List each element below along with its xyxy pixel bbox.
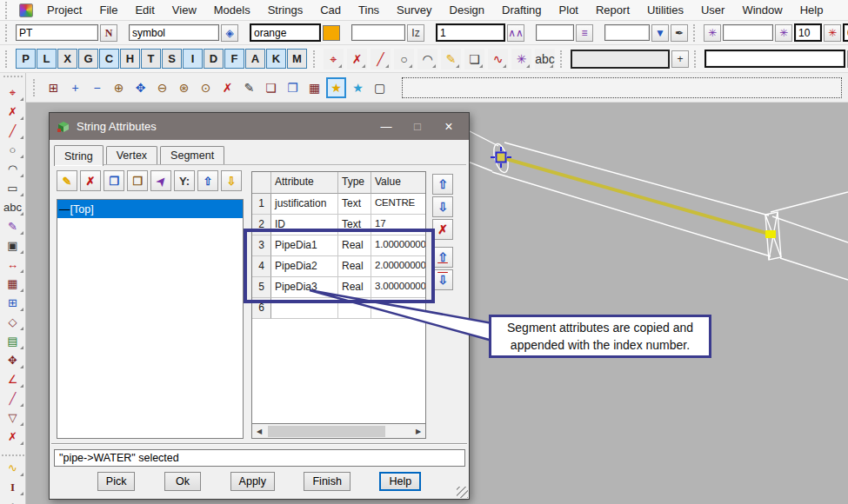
letter-button-H[interactable]: H [120,49,140,69]
arc-icon[interactable]: ◠ [2,159,24,178]
tab-segment[interactable]: Segment [160,146,224,165]
cell-value[interactable]: 1.00000000 [371,235,425,256]
table-row[interactable]: 5 PipeDia3 Real 3.00000000 [252,277,425,298]
zoom-previous-icon[interactable]: ⊖ [152,77,172,98]
menu-item[interactable]: Window [733,1,791,19]
tab-vertex[interactable]: Vertex [106,146,157,165]
letter-button-F[interactable]: F [224,49,244,69]
shield-icon[interactable]: ▽ [2,408,24,427]
line-icon[interactable]: ╱ [371,49,391,70]
dialog-titlebar[interactable]: String Attributes — □ × [50,113,469,140]
finish-button[interactable]: Finish [304,472,350,491]
copy-icon[interactable]: ❐ [103,170,124,191]
menu-item[interactable]: Survey [388,1,440,19]
rectangle-icon[interactable]: ▭ [2,178,24,197]
table-hscrollbar[interactable]: ◀ ▶ [251,424,426,439]
colour-field[interactable] [250,23,321,42]
name-style-icon[interactable]: N [100,24,117,42]
cell-value[interactable]: CENTRE [371,194,425,215]
edit-points-icon[interactable]: ✳ [511,49,531,70]
point-icon[interactable]: ⌖ [324,49,344,70]
apply-button[interactable]: Apply [230,472,275,491]
symbol-field[interactable] [129,24,219,41]
freehand-icon[interactable]: ∿ [2,454,24,477]
filter-icon[interactable]: Y: [174,170,195,191]
ok-button[interactable]: Ok [164,472,201,491]
letter-button-K[interactable]: K [266,49,286,69]
cell-type[interactable]: Text [338,215,371,235]
pan-icon[interactable]: ✥ [130,77,150,98]
cell-attribute[interactable] [271,298,338,319]
line-icon[interactable]: ╱ [2,121,24,140]
toolbar-grip[interactable] [3,76,23,80]
brush-icon[interactable]: ✎ [2,216,24,235]
resize-grip[interactable] [457,487,468,498]
cell-attribute[interactable]: ID [271,215,338,235]
minimize-button[interactable]: — [374,120,398,133]
zoom-pick-icon[interactable]: ⊙ [196,77,216,98]
tab-string[interactable]: String [54,145,103,166]
survey-icon[interactable]: ♀ [2,496,24,504]
move-up-icon[interactable]: ⇧ [197,170,218,191]
menu-item[interactable]: Design [441,1,493,19]
pick-button[interactable]: Pick [97,472,136,491]
letter-button-S[interactable]: S [162,49,182,69]
scroll-right-icon[interactable]: ▶ [411,425,425,438]
page-icon[interactable]: ❏ [464,49,484,70]
cell-type[interactable] [338,298,371,319]
circle-icon[interactable]: ○ [2,140,24,159]
insert-below-button[interactable]: ⇩ [432,269,453,290]
view-window-icon[interactable]: ▢ [370,77,390,98]
tree-item-top[interactable]: — [Top] [57,200,243,218]
polygon-icon[interactable]: ◇ [2,312,24,331]
model-field[interactable] [571,50,670,69]
table-row[interactable]: 1 justification Text CENTRE [252,194,425,215]
zoom-all-icon[interactable]: ⊛ [174,77,194,98]
menu-item[interactable]: User [692,1,733,19]
letter-button-A[interactable]: A [245,49,265,69]
header-value[interactable]: Value [371,172,425,194]
toolbar-grip[interactable] [313,50,318,68]
add-model-button[interactable]: + [671,50,689,68]
brush-icon[interactable]: ✎ [239,77,259,98]
paste-icon[interactable]: ❒ [127,170,148,191]
toolbar-grip[interactable] [560,50,565,68]
menu-item[interactable]: View [164,1,205,19]
weight-field[interactable] [436,23,505,42]
cell-type[interactable]: Real [338,235,371,256]
linestyle-field[interactable] [536,24,574,41]
row-delete-button[interactable]: ✗ [432,219,453,240]
help-button[interactable]: Help [379,472,421,491]
grid-table-icon[interactable]: ▦ [2,274,24,293]
scrollbar-thumb[interactable] [268,426,385,437]
cell-type[interactable]: Real [338,256,371,277]
favourite-star2-icon[interactable]: ★ [348,77,368,98]
pinwheel-icon-1[interactable]: ✳ [704,24,721,42]
breakline-icon[interactable]: ∧∧ [507,24,524,42]
colour-swatch[interactable] [323,25,340,41]
height-ruler-icon[interactable]: Iz [407,24,424,42]
menu-item[interactable]: Tins [350,1,388,19]
attribute-table[interactable]: Attribute Type Value 1 justification Tex… [251,171,426,424]
symbol-layers-icon[interactable]: ◈ [221,24,238,42]
copy-view-icon[interactable]: ❐ [283,77,303,98]
dropdown-icon[interactable]: ▼ [651,24,669,42]
menu-item[interactable]: Utilities [638,1,692,19]
new-attribute-icon[interactable]: ✎ [57,170,77,191]
header-type[interactable]: Type [338,172,371,194]
letter-button-T[interactable]: T [141,49,161,69]
move-down-icon[interactable]: ⇩ [221,170,242,191]
cell-attribute[interactable]: PipeDia1 [271,235,338,256]
arc-icon[interactable]: ◠ [417,49,437,70]
toolbar-grip[interactable] [33,79,38,96]
table-row[interactable]: 2 ID Text 17 [252,215,425,235]
menu-item[interactable]: File [90,1,126,19]
menu-item[interactable]: Report [587,1,638,19]
scroll-left-icon[interactable]: ◀ [252,425,266,438]
tin-field[interactable] [604,24,650,41]
header-attribute[interactable]: Attribute [271,172,338,194]
cell-value[interactable] [371,298,425,319]
maximize-button[interactable]: □ [405,120,430,133]
zoom-in-icon[interactable]: + [65,77,85,98]
cell-value[interactable]: 2.00000000 [371,256,425,277]
